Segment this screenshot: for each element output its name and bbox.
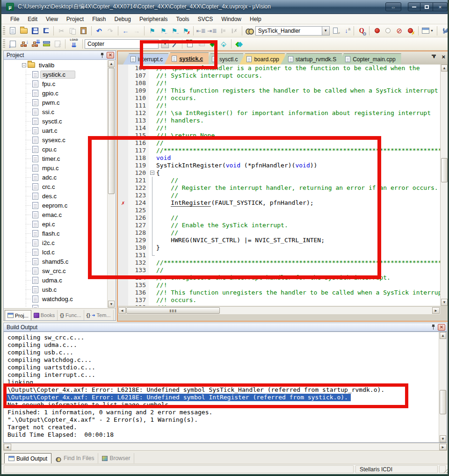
- editor-tab-sysctl-c[interactable]: sysctl.c: [204, 53, 243, 65]
- bookmark-prev-button[interactable]: ⚑←: [158, 26, 168, 36]
- tree-item-sw_crc-c[interactable]: sw_crc.c: [4, 266, 107, 275]
- stop-build-button[interactable]: ✗: [52, 39, 63, 49]
- navigate-back-button[interactable]: ←: [121, 26, 131, 36]
- save-button[interactable]: [30, 26, 40, 36]
- project-tab-tem[interactable]: {}➜Tem...: [84, 310, 114, 320]
- tree-item-epi-c[interactable]: epi.c: [4, 219, 107, 229]
- project-tab-proj[interactable]: Proj...: [5, 310, 31, 320]
- editor-tab-board-cpp[interactable]: board.cpp: [239, 53, 284, 65]
- tree-item-crc-c[interactable]: crc.c: [4, 182, 107, 191]
- minimize-button[interactable]: [408, 2, 420, 11]
- comment-button[interactable]: ∥≡: [218, 26, 228, 36]
- build-output-hscrollbar[interactable]: ◄ ►: [3, 443, 447, 451]
- scroll-down-button[interactable]: ▼: [441, 299, 448, 306]
- tree-item-fpu-c[interactable]: fpu.c: [4, 79, 107, 88]
- scroll-up-button[interactable]: ▲: [108, 60, 115, 67]
- menu-item-help[interactable]: Help: [246, 15, 266, 23]
- cascade-windows-button[interactable]: [196, 39, 206, 49]
- maximize-button[interactable]: [420, 2, 433, 11]
- unindent-button[interactable]: ⇤≣: [196, 26, 206, 36]
- scroll-thumb[interactable]: [440, 390, 446, 414]
- scroll-down-button[interactable]: ▼: [440, 435, 446, 442]
- code-editor[interactable]: 106//! \param pfnHandler is a pointer to…: [118, 65, 440, 306]
- build-output-close-button[interactable]: ✕: [438, 324, 445, 331]
- incremental-find-button[interactable]: ↓a: [341, 26, 352, 36]
- copy-button[interactable]: [67, 26, 78, 36]
- title-bar[interactable]: µ C:\Users\yxz\Desktop\自编4X\Copter_4XX07…: [1, 0, 449, 14]
- tree-item-ssi-c[interactable]: ssi.c: [4, 107, 107, 116]
- function-combo-dropdown[interactable]: ▼: [322, 27, 329, 35]
- build-button[interactable]: ↓: [19, 39, 29, 49]
- scroll-left-button[interactable]: ◄: [4, 444, 11, 450]
- tree-item-i2c-c[interactable]: i2c.c: [4, 238, 107, 247]
- tree-item-systick-c[interactable]: systick.c: [4, 70, 107, 79]
- build-output-pin-button[interactable]: [430, 324, 437, 331]
- tree-item-emac-c[interactable]: emac.c: [4, 210, 107, 219]
- save-all-button[interactable]: [41, 26, 51, 36]
- build-line[interactable]: \Output\Copter_4x.axf: Error: L6218E: Un…: [4, 386, 438, 394]
- batch-build-button[interactable]: [41, 39, 51, 49]
- tree-item-root[interactable]: −tivalib: [4, 60, 107, 70]
- editor-vscrollbar[interactable]: ▲ ▼: [440, 65, 448, 306]
- tree-item-gpio-c[interactable]: gpio.c: [4, 88, 107, 98]
- tree-item-lcd-c[interactable]: lcd.c: [4, 247, 107, 257]
- breakpoint-toggle-button[interactable]: [372, 26, 382, 36]
- function-combo[interactable]: SysTick_Handler ▼: [255, 26, 330, 36]
- undo-button[interactable]: ↶: [94, 26, 104, 36]
- target-options-button[interactable]: ★▲: [169, 39, 180, 49]
- tree-item-sysctl-c[interactable]: sysctl.c: [4, 116, 107, 126]
- tree-item-uart-c[interactable]: uart.c: [4, 126, 107, 135]
- build-line[interactable]: Target not created.: [4, 424, 438, 431]
- fold-toggle-icon[interactable]: −: [150, 171, 154, 175]
- editor-tab-copter_main-cpp[interactable]: Copter_main.cpp: [338, 53, 401, 65]
- find-button[interactable]: [245, 26, 255, 36]
- build-line[interactable]: Not enough information to list image sym…: [4, 401, 438, 409]
- build-line[interactable]: compiling uartstdio.c...: [4, 364, 438, 371]
- menu-item-debug[interactable]: Debug: [110, 15, 135, 23]
- build-line[interactable]: Build Time Elapsed: 00:00:18: [4, 431, 438, 439]
- build-output-scrollbar[interactable]: ▲ ▼: [439, 332, 447, 442]
- bookmark-next-button[interactable]: ⚑→: [169, 26, 180, 36]
- expand-icon[interactable]: −: [22, 63, 26, 67]
- build-line[interactable]: compiling usb.c...: [4, 349, 438, 356]
- menu-item-window[interactable]: Window: [217, 15, 246, 23]
- tree-item-flash-c[interactable]: flash.c: [4, 229, 107, 238]
- build-line[interactable]: linking...: [4, 379, 438, 386]
- tree-item-adc-c[interactable]: adc.c: [4, 173, 107, 182]
- project-tab-func[interactable]: {}Func...: [58, 310, 84, 320]
- window-extra-button[interactable]: ⇔: [385, 2, 401, 11]
- scroll-up-button[interactable]: ▲: [441, 65, 448, 72]
- rebuild-all-button[interactable]: ⇊: [30, 39, 40, 49]
- scroll-right-button[interactable]: ►: [432, 307, 440, 314]
- bookmark-toggle-button[interactable]: ⚑: [147, 26, 157, 36]
- target-combo-dropdown[interactable]: ▼: [161, 40, 169, 48]
- project-tree-scrollbar[interactable]: ▲ ▼: [107, 60, 115, 308]
- scroll-thumb[interactable]: ▮▮▮: [126, 307, 220, 314]
- new-file-button[interactable]: [7, 26, 18, 36]
- breakpoint-disable-all-button[interactable]: ⊘: [394, 26, 405, 36]
- build-line[interactable]: compiling udma.c...: [4, 341, 438, 349]
- toolbar-grip2[interactable]: [3, 39, 5, 49]
- editor-tab-systick-c[interactable]: systick.c: [164, 52, 209, 65]
- find-in-files-button[interactable]: ⌕: [330, 26, 340, 36]
- configure-button[interactable]: [440, 26, 449, 36]
- uncomment-button[interactable]: ∥✗: [229, 26, 239, 36]
- tree-item-pwm-c[interactable]: pwm.c: [4, 98, 107, 107]
- project-tab-books[interactable]: Books: [31, 310, 58, 320]
- tree-item-usb-c[interactable]: usb.c: [4, 285, 107, 294]
- tree-item-cpu-c[interactable]: cpu.c: [4, 144, 107, 154]
- close-button[interactable]: ×: [433, 2, 448, 11]
- scroll-thumb[interactable]: [108, 68, 115, 194]
- project-close-button[interactable]: ✕: [107, 52, 114, 58]
- menu-item-svcs[interactable]: SVCS: [194, 15, 217, 23]
- pack-installer-button[interactable]: ◆◆: [234, 39, 244, 49]
- output-tab-find-in-files[interactable]: Find In Files: [51, 453, 98, 463]
- file-extensions-button[interactable]: ◇▼: [218, 39, 229, 49]
- scroll-down-button[interactable]: ▼: [108, 301, 115, 308]
- build-line[interactable]: Finished: 1 information, 0 warning and 2…: [4, 409, 438, 416]
- tree-item-des-c[interactable]: des.c: [4, 191, 107, 201]
- editor-tab-interrupt-c[interactable]: interrupt.c: [123, 53, 168, 65]
- breakpoint-kill-all-button[interactable]: ✗: [406, 26, 416, 36]
- tree-item-partial[interactable]: [4, 303, 107, 308]
- bookmark-clear-button[interactable]: ⚑✗: [181, 26, 191, 36]
